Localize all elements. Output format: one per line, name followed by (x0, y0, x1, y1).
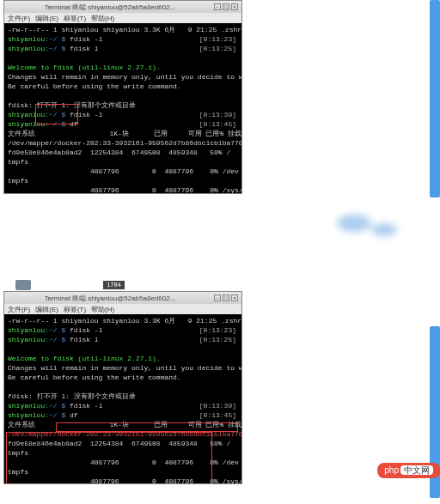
menu-edit[interactable]: 编辑(E) (35, 14, 58, 23)
menubar[interactable]: 文件(F) 编辑(E) 标签(T) 帮助(H) (4, 304, 241, 314)
terminal-line: -rw-r--r-- 1 shiyanlou shiyanlou 3.3K 6月… (8, 316, 238, 325)
folder-icon[interactable] (15, 280, 31, 290)
terminal-line: 4087796 0 4087796 0% /dev (8, 167, 238, 176)
terminal-line: 4087796 0 4087796 0% /dev (8, 458, 238, 467)
terminal-window-2[interactable]: Terminal 终端 shiyanlou@52ab5a8ed602... - … (3, 291, 242, 484)
terminal-line: Welcome to fdisk (util-linux 2.27.1). (8, 354, 238, 363)
php-badge: php中文网 (377, 463, 440, 478)
menubar[interactable]: 文件(F) 编辑(E) 标签(T) 帮助(H) (4, 13, 241, 23)
watermark (328, 206, 414, 249)
terminal-line: shiyanlou:~/ $ fdisk -l[0:13:39] (8, 401, 238, 410)
page-decoration (430, 0, 440, 197)
terminal-output[interactable]: -rw-r--r-- 1 shiyanlou shiyanlou 3.3K 6月… (4, 314, 241, 483)
terminal-line: tmpfs (8, 176, 238, 185)
terminal-line: Changes will remain in memory only, unti… (8, 72, 238, 82)
close-button[interactable]: × (231, 295, 238, 301)
terminal-line: fdisk: 打不开 l: 没有那个文件或目录 (8, 392, 238, 401)
terminal-line: 文件系统 1K-块 已用 可用 已用% 挂载点 (8, 420, 238, 429)
terminal-line: Be careful before using the write comman… (8, 373, 238, 382)
terminal-line: tmpfs (8, 467, 238, 477)
menu-tabs[interactable]: 标签(T) (64, 305, 86, 314)
terminal-line: 4087796 0 4087796 0% /sys/fs/cgroup (8, 477, 238, 483)
terminal-line: Welcome to fdisk (util-linux 2.27.1). (8, 63, 238, 72)
minimize-button[interactable]: - (214, 3, 221, 10)
terminal-line: -rw-r--r-- 1 shiyanlou shiyanlou 3.3K 6月… (8, 25, 238, 34)
menu-help[interactable]: 帮助(H) (91, 14, 114, 23)
menu-edit[interactable]: 编辑(E) (35, 305, 58, 314)
terminal-line: shiyanlou:~/ $ df[0:13:45] (8, 410, 238, 420)
terminal-output[interactable]: -rw-r--r-- 1 shiyanlou shiyanlou 3.3K 6月… (4, 23, 241, 193)
terminal-line: 4087796 0 4087796 0% /sys/fs/cgroup (8, 185, 238, 193)
terminal-line (8, 382, 238, 392)
terminal-line: tmpfs (8, 157, 238, 167)
terminal-line: Changes will remain in memory only, unti… (8, 363, 238, 373)
terminal-line (8, 344, 238, 354)
terminal-line: shiyanlou:~/ $ fdisk -l[0:13:23] (8, 325, 238, 335)
titlebar[interactable]: Terminal 终端 shiyanlou@52ab5a8ed602... - … (4, 292, 241, 304)
minimize-button[interactable]: - (214, 295, 221, 301)
terminal-line: shiyanlou:~/ $ fdisk l[0:13:25] (8, 335, 238, 344)
window-title: Terminal 终端 shiyanlou@52ab5a8ed602... (8, 3, 212, 12)
terminal-line (8, 91, 238, 100)
titlebar[interactable]: Terminal 终端 shiyanlou@52ab5a8ed602... - … (4, 1, 241, 13)
menu-help[interactable]: 帮助(H) (91, 305, 114, 314)
terminal-line: shiyanlou:~/ $ fdisk l[0:13:25] (8, 44, 238, 53)
terminal-line: fdisk: 打不开 l: 没有那个文件或目录 (8, 100, 238, 110)
menu-file[interactable]: 文件(F) (8, 14, 30, 23)
terminal-line: tmpfs (8, 448, 238, 458)
close-button[interactable]: × (231, 3, 238, 10)
terminal-line: /dev/mapper/docker-202:33-3932161-959562… (8, 138, 238, 148)
terminal-line: fd9e58e846e4ab8ad2 12254384 6749508 4859… (8, 148, 238, 157)
terminal-line: Be careful before using the write comman… (8, 82, 238, 91)
maximize-button[interactable]: □ (223, 3, 229, 10)
terminal-line: 文件系统 1K-块 已用 可用 已用% 挂载点 (8, 129, 238, 138)
window-title: Terminal 终端 shiyanlou@52ab5a8ed602... (8, 294, 212, 303)
taskbar-time: 1704 (103, 281, 125, 289)
menu-tabs[interactable]: 标签(T) (64, 14, 86, 23)
terminal-line: fd9e58e846e4ab8ad2 12254384 6749508 4859… (8, 439, 238, 448)
terminal-line: /dev/mapper/docker-202:33-3932161-959562… (8, 429, 238, 439)
terminal-line: shiyanlou:~/ $ df[0:13:45] (8, 119, 238, 129)
terminal-line: shiyanlou:~/ $ fdisk -l[0:13:39] (8, 110, 238, 119)
maximize-button[interactable]: □ (223, 295, 229, 301)
terminal-line: shiyanlou:~/ $ fdisk -l[0:13:23] (8, 34, 238, 44)
menu-file[interactable]: 文件(F) (8, 305, 30, 314)
terminal-window-1[interactable]: Terminal 终端 shiyanlou@52ab5a8ed602... - … (3, 0, 242, 194)
terminal-line (8, 53, 238, 63)
